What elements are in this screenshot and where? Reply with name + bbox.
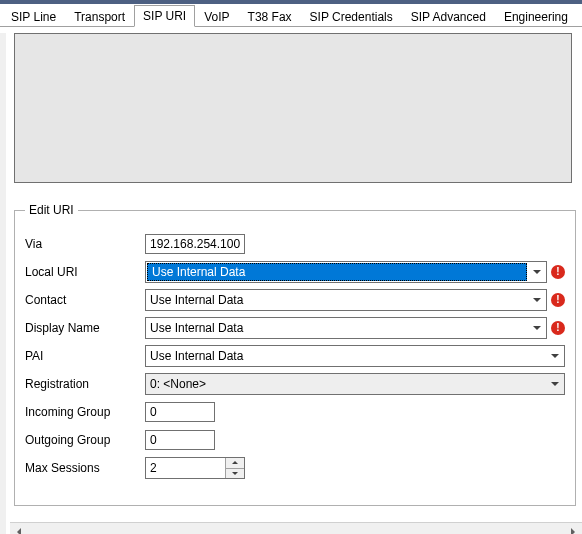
left-rail [0,33,6,534]
tab-sip-line[interactable]: SIP Line [2,6,65,27]
tab-sip-advanced[interactable]: SIP Advanced [402,6,495,27]
registration-combo[interactable]: 0: <None> [145,373,565,395]
chevron-down-icon [232,472,238,475]
chevron-down-icon [533,298,541,302]
contact-combo[interactable]: Use Internal Data [145,289,547,311]
contact-label: Contact [25,293,145,307]
tab-voip[interactable]: VoIP [195,6,238,27]
chevron-left-icon [17,528,21,534]
tab-strip: SIP Line Transport SIP URI VoIP T38 Fax … [0,4,582,27]
scroll-left-button[interactable] [10,523,28,534]
horizontal-scrollbar[interactable] [10,522,582,534]
display-name-label: Display Name [25,321,145,335]
incoming-group-input[interactable] [145,402,215,422]
tab-engineering[interactable]: Engineering [495,6,577,27]
scroll-track[interactable] [28,523,564,534]
contact-drop-button[interactable] [528,290,546,310]
tab-content: Edit URI Via Local URI Use Internal Data… [0,33,582,534]
via-input[interactable] [145,234,245,254]
uri-list-panel[interactable] [14,33,572,183]
chevron-down-icon [533,326,541,330]
tab-t38-fax[interactable]: T38 Fax [239,6,301,27]
chevron-down-icon [551,354,559,358]
chevron-down-icon [551,382,559,386]
stepper-up-button[interactable] [226,458,244,468]
pai-value: Use Internal Data [146,346,546,366]
local-uri-label: Local URI [25,265,145,279]
local-uri-combo[interactable]: Use Internal Data [145,261,547,283]
error-icon: ! [551,265,565,279]
stepper-down-button[interactable] [226,468,244,479]
local-uri-value: Use Internal Data [147,263,527,281]
display-name-value: Use Internal Data [146,318,528,338]
pai-label: PAI [25,349,145,363]
chevron-right-icon [571,528,575,534]
registration-drop-button[interactable] [546,374,564,394]
max-sessions-stepper[interactable]: 2 [145,457,245,479]
max-sessions-label: Max Sessions [25,461,145,475]
incoming-group-label: Incoming Group [25,405,145,419]
chevron-down-icon [533,270,541,274]
via-label: Via [25,237,145,251]
error-icon: ! [551,321,565,335]
display-name-combo[interactable]: Use Internal Data [145,317,547,339]
config-window: SIP Line Transport SIP URI VoIP T38 Fax … [0,0,582,534]
local-uri-drop-button[interactable] [528,262,546,282]
registration-value: 0: <None> [146,374,546,394]
pai-combo[interactable]: Use Internal Data [145,345,565,367]
registration-label: Registration [25,377,145,391]
error-icon: ! [551,293,565,307]
outgoing-group-label: Outgoing Group [25,433,145,447]
contact-value: Use Internal Data [146,290,528,310]
pai-drop-button[interactable] [546,346,564,366]
tab-sip-credentials[interactable]: SIP Credentials [301,6,402,27]
max-sessions-value[interactable]: 2 [146,458,225,478]
chevron-up-icon [232,461,238,464]
tab-transport[interactable]: Transport [65,6,134,27]
edit-uri-group: Edit URI Via Local URI Use Internal Data… [14,203,576,506]
stepper-buttons [225,458,244,478]
outgoing-group-input[interactable] [145,430,215,450]
scroll-right-button[interactable] [564,523,582,534]
tab-sip-uri[interactable]: SIP URI [134,5,195,27]
edit-uri-legend: Edit URI [25,203,78,217]
display-name-drop-button[interactable] [528,318,546,338]
